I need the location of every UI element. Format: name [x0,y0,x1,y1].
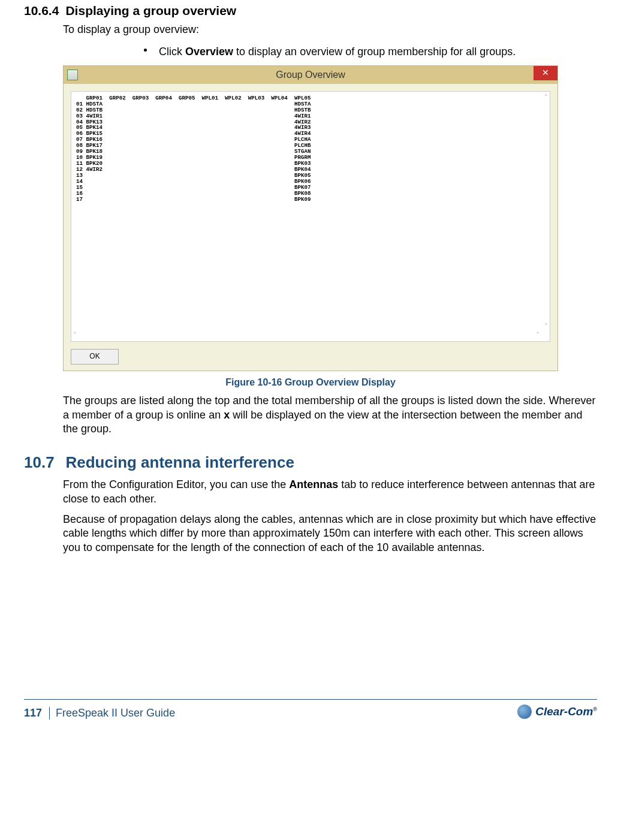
bullet-pre: Click [159,46,185,58]
bullet-post: to display an overview of group membersh… [233,46,516,58]
h2-title: Reducing antenna interference [65,453,294,472]
close-icon: ✕ [542,68,549,77]
scroll-up-icon[interactable]: ˄ [544,94,548,102]
section-title: Displaying a group overview [65,4,236,18]
brand-text: Clear-Com® [535,705,597,718]
group-overview-dialog: Group Overview ✕ GRP01 GRP02 GRP03 GRP04… [63,65,558,371]
bullet-bold: Overview [185,46,233,58]
brand-logo: Clear-Com® [517,704,597,719]
bullet-item: Click Overview to display an overview of… [159,45,597,59]
dialog-title: Group Overview [276,70,345,80]
scroll-left-icon[interactable]: ˂ [73,331,77,339]
paragraph-1: The groups are listed along the top and … [63,394,597,436]
guide-name: FreeSpeak II User Guide [56,707,175,719]
section-heading-2: 10.7 Reducing antenna interference [24,453,597,472]
section-number: 10.6.4 [24,4,63,18]
bullet-icon [144,49,147,52]
globe-icon [517,704,532,719]
paragraph-3: Because of propagation delays along the … [63,513,597,555]
section-heading: 10.6.4 Displaying a group overview [24,4,597,18]
overview-grid: GRP01 GRP02 GRP03 GRP04 GRP05 WPL01 WPL0… [71,91,550,342]
page-number: 117 [24,707,50,719]
app-icon [67,70,78,80]
paragraph-2: From the Configuration Editor, you can u… [63,478,597,507]
ok-button[interactable]: OK [71,349,119,365]
dialog-titlebar: Group Overview ✕ [64,66,557,84]
page-footer: 117 FreeSpeak II User Guide Clear-Com® [24,699,597,736]
scroll-right-icon[interactable]: ˃ [536,331,539,339]
h2-number: 10.7 [24,453,63,472]
close-button[interactable]: ✕ [534,66,557,80]
figure-caption: Figure 10-16 Group Overview Display [24,377,597,388]
scroll-down-icon[interactable]: ˅ [544,323,548,331]
intro-text: To display a group overview: [63,23,597,37]
